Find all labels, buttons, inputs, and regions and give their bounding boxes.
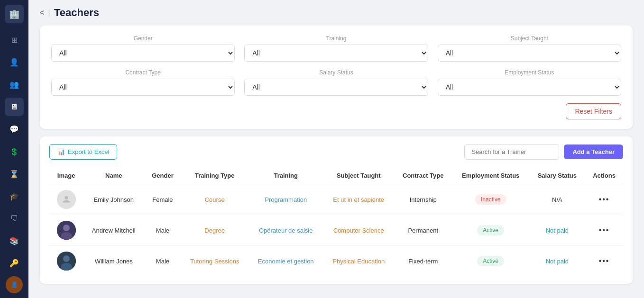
col-employment: Employment Status	[452, 167, 529, 184]
sidebar-bottom: 👤	[6, 276, 23, 293]
filter-row-2: Contract Type All Salary Status All Empl…	[51, 69, 621, 96]
filter-actions: Reset Filters	[51, 103, 621, 119]
row-training-type: Tutoring Sessions	[181, 246, 248, 277]
filter-subject: Subject Taught All	[438, 35, 621, 62]
svg-point-3	[61, 232, 72, 240]
dashboard-icon: ⊞	[11, 36, 18, 45]
row-image	[55, 190, 77, 209]
contract-label: Contract Type	[51, 69, 235, 76]
main-content: < | Teachers Gender All Male Female Trai…	[28, 0, 644, 298]
row-training-type: Course	[181, 184, 248, 215]
row-name: William Jones	[83, 246, 144, 277]
user-avatar[interactable]: 👤	[6, 276, 23, 293]
col-actions: Actions	[585, 167, 623, 184]
svg-point-6	[61, 263, 72, 271]
sidebar-item-books[interactable]: 📚	[5, 232, 24, 250]
row-gender: Male	[144, 246, 181, 277]
row-employment: Inactive	[452, 184, 529, 215]
table-row: Emily Johnson Female Course Programmatio…	[49, 184, 623, 215]
col-gender: Gender	[144, 167, 181, 184]
filter-employment: Employment Status All	[438, 69, 621, 96]
subject-label: Subject Taught	[438, 35, 621, 42]
filter-contract: Contract Type All	[51, 69, 235, 96]
table-panel: 📊 Export to Excel Add a Teacher Image Na…	[40, 136, 633, 284]
row-employment: Active	[452, 246, 529, 277]
back-button[interactable]: <	[40, 9, 44, 17]
chat-icon: 💬	[9, 125, 19, 134]
avatar-placeholder	[57, 190, 76, 209]
svg-point-2	[63, 225, 70, 231]
table-toolbar: 📊 Export to Excel Add a Teacher	[49, 144, 623, 160]
table-header-row: Image Name Gender Training Type Training…	[49, 167, 623, 184]
row-salary: Not paid	[529, 215, 585, 246]
row-contract: Internship	[394, 184, 452, 215]
add-teacher-button[interactable]: Add a Teacher	[564, 144, 623, 159]
row-training: Programmation	[248, 184, 323, 215]
employment-label: Employment Status	[438, 69, 621, 76]
row-subject: Computer Science	[323, 215, 394, 246]
avatar	[57, 221, 76, 240]
salary-status-label: Salary Status	[244, 69, 428, 76]
filter-salary-status: Salary Status All	[244, 69, 428, 96]
row-actions[interactable]: •••	[585, 246, 623, 277]
contract-select[interactable]: All	[51, 79, 235, 96]
page-content: Gender All Male Female Training All Subj…	[28, 26, 644, 298]
sidebar-item-chat2[interactable]: 🗨	[5, 209, 24, 228]
status-badge: Active	[477, 225, 504, 235]
gender-select[interactable]: All Male Female	[51, 45, 235, 62]
row-image	[55, 221, 77, 240]
sidebar-item-messages[interactable]: 💬	[5, 120, 24, 138]
search-trainer-input[interactable]	[464, 144, 559, 160]
row-subject: Physical Education	[323, 246, 394, 277]
status-badge: Active	[477, 256, 504, 266]
col-subject: Subject Taught	[323, 167, 394, 184]
sidebar: 🏢 ⊞ 👤 👥 🖥 💬 💲 ⌛ 🎓 🗨 📚 🔑 👤	[0, 0, 28, 298]
sidebar-logo[interactable]: 🏢	[5, 5, 24, 23]
svg-point-5	[63, 255, 70, 262]
col-training-type: Training Type	[181, 167, 248, 184]
page-title: Teachers	[54, 7, 99, 19]
sidebar-item-teachers[interactable]: 🖥	[5, 98, 24, 116]
col-contract: Contract Type	[394, 167, 452, 184]
avatar-icon: 👤	[11, 281, 18, 288]
row-employment: Active	[452, 215, 529, 246]
row-gender: Female	[144, 184, 181, 215]
col-image: Image	[49, 167, 83, 184]
filter-training: Training All	[244, 35, 428, 62]
sidebar-item-users[interactable]: 👤	[5, 53, 24, 72]
employment-select[interactable]: All	[438, 79, 621, 96]
subject-select[interactable]: All	[438, 45, 621, 62]
row-actions[interactable]: •••	[585, 215, 623, 246]
export-button[interactable]: 📊 Export to Excel	[49, 144, 117, 160]
training-label: Training	[244, 35, 428, 42]
row-subject: Et ut in et sapiente	[323, 184, 394, 215]
user-icon: 👤	[9, 58, 19, 67]
row-salary: N/A	[529, 184, 585, 215]
status-badge: Inactive	[475, 194, 506, 205]
avatar	[57, 252, 76, 271]
sidebar-item-dashboard[interactable]: ⊞	[5, 31, 24, 49]
table-row: William Jones Male Tutoring Sessions Eco…	[49, 246, 623, 277]
row-image	[55, 252, 77, 271]
sidebar-item-group[interactable]: 👥	[5, 75, 24, 94]
row-name: Andrew Mitchell	[83, 215, 144, 246]
export-label: Export to Excel	[68, 148, 109, 155]
reset-filters-button[interactable]: Reset Filters	[566, 103, 621, 119]
salary-status-select[interactable]: All	[244, 79, 428, 96]
row-training: Economie et gestion	[248, 246, 323, 277]
col-training: Training	[248, 167, 323, 184]
row-contract: Fixed-term	[394, 246, 452, 277]
gender-label: Gender	[51, 35, 235, 42]
col-name: Name	[83, 167, 144, 184]
toolbar-right: Add a Teacher	[464, 144, 623, 160]
sidebar-item-graduation[interactable]: 🎓	[5, 187, 24, 206]
filter-row-1: Gender All Male Female Training All Subj…	[51, 35, 621, 62]
training-select[interactable]: All	[244, 45, 428, 62]
books-icon: 📚	[9, 236, 19, 245]
sidebar-item-hourglass[interactable]: ⌛	[5, 165, 24, 183]
sidebar-item-finance[interactable]: 💲	[5, 142, 24, 161]
teachers-table: Image Name Gender Training Type Training…	[49, 167, 623, 276]
sidebar-item-key[interactable]: 🔑	[5, 254, 24, 272]
row-name: Emily Johnson	[83, 184, 144, 215]
row-actions[interactable]: •••	[585, 184, 623, 215]
